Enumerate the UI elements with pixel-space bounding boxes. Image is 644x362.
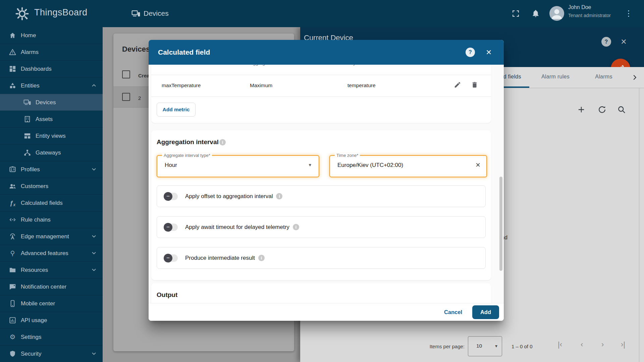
sidebar-item-entity-views[interactable]: Entity views <box>0 127 103 144</box>
output-card: Output <box>151 283 491 303</box>
chevron-down-icon <box>91 250 97 256</box>
sidebar-item-advanced-features[interactable]: ⚲ Advanced features <box>0 245 103 261</box>
info-icon[interactable]: i <box>276 193 282 199</box>
thingsboard-logo-icon[interactable] <box>14 6 30 22</box>
sidebar-item-label: Home <box>21 32 36 39</box>
app-title: ThingsBoard <box>34 7 88 18</box>
sidebar-item-entities[interactable]: Entities <box>0 77 103 94</box>
user-avatar[interactable] <box>549 6 564 21</box>
toggle-label: Produce intermediate result <box>185 255 255 261</box>
sidebar-nav: Home Alarms Dashboards Entities Devices … <box>0 27 103 362</box>
page-title: Devices <box>144 9 169 17</box>
apply-offset-toggle-row: − Apply offset to aggregation interval i <box>157 185 486 207</box>
metrics-column-header: Key <box>347 65 356 67</box>
sidebar-item-mobile-center[interactable]: Mobile center <box>0 295 103 312</box>
sidebar-item-notification-center[interactable]: Notification center <box>0 278 103 295</box>
delete-metric-icon[interactable] <box>471 81 478 88</box>
person-icon <box>549 6 564 21</box>
add-metric-button[interactable]: Add metric <box>157 103 196 117</box>
sidebar-item-alarms[interactable]: Alarms <box>0 44 103 60</box>
shield-icon <box>9 350 16 358</box>
chevron-down-icon[interactable]: ▾ <box>309 162 311 168</box>
calculated-field-dialog: Calculated field ? × Metric Aggregation … <box>149 40 504 321</box>
sidebar-item-edge-management[interactable]: Edge management <box>0 228 103 245</box>
devices-page-icon <box>131 9 141 18</box>
sidebar-item-rule-chains[interactable]: Rule chains <box>0 211 103 228</box>
dialog-body: Metric Aggregation function Key maxTempe… <box>149 65 504 303</box>
profiles-badge-icon <box>9 166 16 173</box>
sidebar-item-label: Resources <box>21 267 48 274</box>
dialog-scrollbar-thumb[interactable] <box>499 177 502 271</box>
metric-key-cell: temperature <box>347 82 376 88</box>
notification-message-icon <box>9 283 16 291</box>
chevron-down-icon <box>91 266 97 273</box>
notifications-bell-icon[interactable] <box>531 9 540 18</box>
sidebar-item-api-usage[interactable]: API usage <box>0 312 103 328</box>
sidebar-item-resources[interactable]: Resources <box>0 261 103 278</box>
sidebar-item-label: Profiles <box>21 166 40 173</box>
help-icon[interactable]: ? <box>466 48 475 57</box>
user-name: John Doe <box>568 4 591 10</box>
toggle-label: Apply await timeout for delayed telemetr… <box>185 224 289 231</box>
sidebar-item-label: API usage <box>21 317 47 324</box>
assets-building-icon <box>23 115 31 123</box>
more-menu-icon[interactable]: ⋮ <box>625 9 633 18</box>
sidebar-item-label: Customers <box>21 183 48 190</box>
sidebar-item-gateways[interactable]: Gateways <box>0 144 103 161</box>
add-button[interactable]: Add <box>472 305 499 319</box>
sidebar-item-dashboards[interactable]: Dashboards <box>0 60 103 77</box>
rule-chains-icon <box>9 216 16 224</box>
sidebar-item-label: Notification center <box>21 284 66 290</box>
sidebar-item-label: Rule chains <box>21 217 51 223</box>
sidebar-item-label: Mobile center <box>21 300 55 307</box>
intermediate-result-toggle-row: − Produce intermediate result i <box>157 247 486 269</box>
metrics-column-header: Metric <box>162 65 174 67</box>
metrics-column-header: Aggregation function <box>250 65 293 67</box>
function-fx-icon: ƒx <box>9 199 16 207</box>
aggregation-interval-card: Aggregation interval i Aggregate interva… <box>151 130 491 280</box>
time-zone-field[interactable]: Time zone* Europe/Kiev (UTC+02:00) × <box>329 155 487 177</box>
sidebar-item-label: Alarms <box>21 49 39 56</box>
info-icon[interactable]: i <box>258 255 265 261</box>
toggle-switch-off[interactable]: − <box>164 224 178 231</box>
dialog-title: Calculated field <box>158 48 210 56</box>
edit-metric-icon[interactable] <box>454 81 461 88</box>
mobile-phone-icon <box>9 300 16 307</box>
sidebar-item-assets[interactable]: Assets <box>0 111 103 127</box>
sidebar-item-settings[interactable]: ⚙ Settings <box>0 328 103 345</box>
sidebar-item-label: Settings <box>21 334 41 341</box>
cancel-button[interactable]: Cancel <box>444 309 462 315</box>
clear-icon[interactable]: × <box>476 160 480 170</box>
sidebar-item-calculated-fields[interactable]: ƒx Calculated fields <box>0 194 103 211</box>
sidebar-item-label: Assets <box>36 116 53 123</box>
devices-icon <box>23 99 31 106</box>
fullscreen-icon[interactable] <box>512 9 520 18</box>
sidebar-item-label: Dashboards <box>21 66 52 72</box>
output-heading: Output <box>157 291 177 299</box>
info-icon[interactable]: i <box>293 224 299 230</box>
sidebar-item-security[interactable]: Security <box>0 345 103 362</box>
home-icon <box>9 32 16 39</box>
user-role: Tenant administrator <box>568 13 611 18</box>
toggle-switch-off[interactable]: − <box>164 254 178 262</box>
sidebar-item-profiles[interactable]: Profiles <box>0 161 103 178</box>
info-icon[interactable]: i <box>219 139 226 145</box>
sidebar-item-customers[interactable]: Customers <box>0 178 103 194</box>
sidebar-item-devices[interactable]: Devices <box>0 94 103 111</box>
toggle-label: Apply offset to aggregation interval <box>185 193 273 200</box>
field-label: Aggregate interval type* <box>162 153 212 158</box>
api-usage-chart-icon <box>9 316 16 324</box>
edge-antenna-icon <box>9 233 16 240</box>
field-value: Europe/Kiev (UTC+02:00) <box>337 162 403 169</box>
sidebar-item-home[interactable]: Home <box>0 27 103 44</box>
dialog-footer: Cancel Add <box>149 303 504 321</box>
metric-aggregation-cell: Maximum <box>250 82 272 88</box>
chevron-down-icon <box>91 233 97 240</box>
sidebar-item-label: Advanced features <box>21 250 68 257</box>
toggle-switch-off[interactable]: − <box>164 193 178 200</box>
close-icon[interactable]: × <box>486 47 491 57</box>
entity-views-icon <box>23 132 31 140</box>
aggregate-interval-type-field[interactable]: Aggregate interval type* Hour ▾ <box>157 155 319 177</box>
sidebar-item-label: Entities <box>21 82 40 89</box>
sidebar-item-label: Devices <box>36 99 56 106</box>
